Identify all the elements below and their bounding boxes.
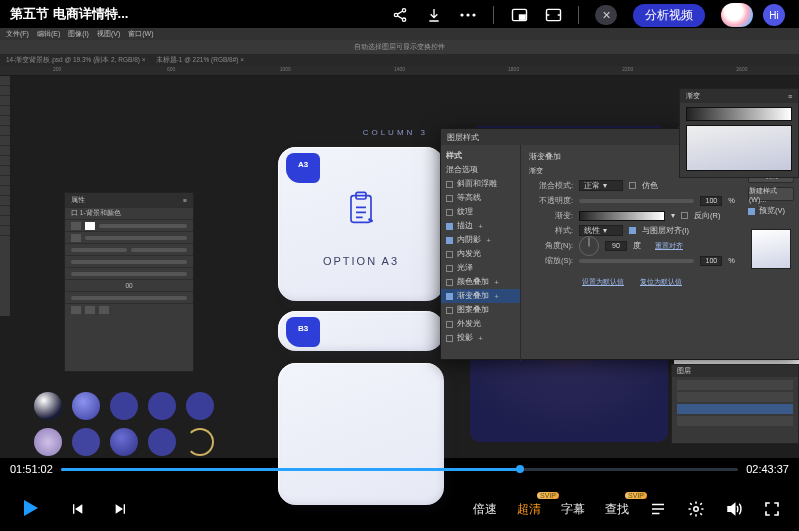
layer-row — [677, 392, 793, 402]
subtitle-button[interactable]: 字幕 — [561, 501, 585, 518]
controls-left — [18, 496, 130, 522]
style-item: 投影+ — [441, 331, 520, 345]
clipboard-icon — [341, 189, 381, 229]
newstyle-button: 新建样式(W)... — [748, 187, 794, 201]
style-head: 样式 — [441, 149, 520, 163]
more-icon[interactable] — [459, 6, 477, 24]
style-item: 内阴影+ — [441, 233, 520, 247]
progress-bar[interactable] — [61, 468, 738, 471]
player-top-bar: 第五节 电商详情特... ✕ 分析视频 Hi — [0, 0, 799, 28]
column-heading: COLUMN 3 — [278, 128, 446, 137]
svip-badge: SVIP — [625, 492, 647, 499]
dialog-title: 图层样式 — [447, 132, 479, 143]
reset-default: 复位为默认值 — [640, 277, 682, 287]
option-card-a3: A3 OPTION A3 — [278, 147, 444, 301]
angle-wheel — [579, 236, 599, 256]
color-swatch-grid — [34, 392, 214, 456]
player-controls: 倍速 超清SVIP 字幕 查找SVIP — [0, 487, 799, 531]
ps-tab: 未标题-1 @ 221% (RGB/8#) × — [156, 56, 244, 65]
volume-icon[interactable] — [725, 500, 743, 518]
style-item: 光泽 — [441, 261, 520, 275]
close-button[interactable]: ✕ — [595, 5, 617, 25]
settings-icon[interactable] — [687, 500, 705, 518]
ps-doc-tabs: 14-渐变背景板.psd @ 19.3% (副本 2, RGB/8) × 未标题… — [0, 54, 799, 66]
video-title: 第五节 电商详情特... — [10, 5, 128, 23]
swatch — [186, 392, 214, 420]
style-item: 等高线 — [441, 191, 520, 205]
panel-value: 00 — [125, 282, 132, 289]
theater-icon[interactable] — [544, 6, 562, 24]
style-item: 内发光 — [441, 247, 520, 261]
preview-swatch — [751, 229, 791, 269]
layer-row — [677, 416, 793, 426]
style-item: 描边+ — [441, 219, 520, 233]
ps-tab: 14-渐变背景板.psd @ 19.3% (副本 2, RGB/8) × — [6, 56, 146, 65]
prev-button[interactable] — [68, 500, 86, 518]
analyze-video-button[interactable]: 分析视频 — [633, 4, 705, 27]
play-button[interactable] — [18, 496, 42, 522]
svip-badge: SVIP — [537, 492, 559, 499]
swatch — [110, 392, 138, 420]
gradient-preview — [579, 211, 665, 221]
time-duration: 02:43:37 — [746, 463, 789, 475]
swatch — [110, 428, 138, 456]
progress-knob[interactable] — [516, 465, 524, 473]
ps-menu-item: 视图(V) — [97, 29, 120, 39]
style-select: 线性▾ — [579, 225, 623, 236]
swatch — [72, 428, 100, 456]
speed-button[interactable]: 倍速 — [473, 501, 497, 518]
ps-menu-item: 图像(I) — [68, 29, 89, 39]
progress-fill — [61, 468, 520, 471]
ps-properties-panel: 属性≡ 口 1-背景和颜色 00 — [64, 192, 194, 372]
panel-menu-icon: ≡ — [788, 93, 792, 100]
swatch — [148, 428, 176, 456]
style-item: 外发光 — [441, 317, 520, 331]
time-current: 01:51:02 — [10, 463, 53, 475]
search-button[interactable]: 查找SVIP — [605, 501, 629, 518]
swatch — [34, 428, 62, 456]
ps-ruler: 200 600 1000 1400 1800 2200 2600 — [0, 66, 799, 76]
panel-title: 属性 — [71, 196, 85, 205]
playlist-icon[interactable] — [649, 500, 667, 518]
svg-point-5 — [472, 13, 475, 16]
next-button[interactable] — [112, 500, 130, 518]
svg-point-11 — [694, 507, 699, 512]
style-item: 颜色叠加+ — [441, 275, 520, 289]
swatch — [34, 392, 62, 420]
card-column: COLUMN 3 A3 OPTION A3 B3 — [278, 128, 446, 505]
svg-point-1 — [394, 13, 397, 16]
style-item: 混合选项 — [441, 163, 520, 177]
avatar[interactable] — [721, 3, 753, 27]
ps-toolbar — [0, 76, 10, 316]
top-icon-group: ✕ 分析视频 Hi — [391, 3, 785, 27]
hi-badge: Hi — [763, 4, 785, 26]
card-tag: B3 — [286, 317, 320, 347]
fullscreen-icon[interactable] — [763, 500, 781, 518]
quality-button[interactable]: 超清SVIP — [517, 501, 541, 518]
option-card-b3: B3 — [278, 311, 444, 351]
divider — [578, 6, 579, 24]
ps-layers-panel: 图层 — [671, 364, 799, 444]
style-item: 斜面和浮雕 — [441, 177, 520, 191]
swatch — [186, 428, 214, 456]
style-item: 图案叠加 — [441, 303, 520, 317]
layer-row — [677, 404, 793, 414]
style-list: 样式 混合选项 斜面和浮雕 等高线 纹理 描边+ 内阴影+ 内发光 光泽 颜色叠… — [441, 145, 521, 361]
gradient-preview-large — [686, 125, 792, 171]
layer-row — [677, 380, 793, 390]
share-icon[interactable] — [391, 6, 409, 24]
style-item-selected: 渐变叠加+ — [441, 289, 520, 303]
svg-rect-7 — [519, 15, 525, 19]
ps-menu-item: 窗口(W) — [128, 29, 153, 39]
svg-point-4 — [466, 13, 469, 16]
controls-right: 倍速 超清SVIP 字幕 查找SVIP — [473, 500, 781, 518]
set-default: 设置为默认值 — [582, 277, 624, 287]
pip-icon[interactable] — [510, 6, 528, 24]
svg-point-2 — [402, 18, 405, 21]
style-item: 纹理 — [441, 205, 520, 219]
video-frame: 文件(F) 编辑(E) 图像(I) 视图(V) 窗口(W) 自动选择图层可显示变… — [0, 28, 799, 458]
ps-menu-item: 编辑(E) — [37, 29, 60, 39]
gradient-bar — [686, 107, 792, 121]
download-icon[interactable] — [425, 6, 443, 24]
svg-point-3 — [460, 13, 463, 16]
